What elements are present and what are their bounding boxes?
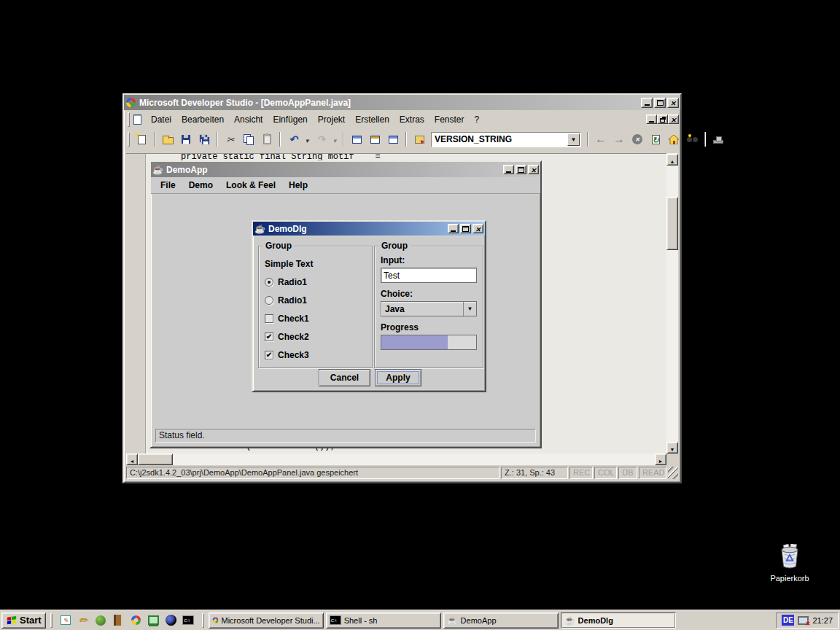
menu-file[interactable]: File xyxy=(154,178,182,192)
minimize-button[interactable] xyxy=(448,224,459,233)
menu-projekt[interactable]: Projekt xyxy=(313,112,350,127)
address-book-icon[interactable] xyxy=(111,612,126,628)
msdev-titlebar[interactable]: Microsoft Developer Studio - [DemoAppPan… xyxy=(124,95,680,110)
toolbar-grip[interactable] xyxy=(128,132,130,147)
java-cup-icon xyxy=(152,165,163,175)
check-option-1[interactable]: Check1 xyxy=(265,313,372,324)
undo-button[interactable] xyxy=(284,131,302,148)
checkbox-checked[interactable] xyxy=(265,351,273,359)
redo-button[interactable] xyxy=(312,131,330,148)
forward-button[interactable] xyxy=(610,131,628,148)
refresh-button[interactable] xyxy=(647,131,664,148)
radio-button[interactable] xyxy=(265,296,273,305)
statusbar-ueb-indicator: ÜB xyxy=(618,467,637,479)
toolbar-grip[interactable] xyxy=(128,112,130,127)
task-shell[interactable]: Shell - sh xyxy=(326,612,441,629)
checkbox-unchecked[interactable] xyxy=(265,314,273,323)
show-desktop-icon[interactable] xyxy=(58,612,74,628)
menu-datei[interactable]: Datei xyxy=(146,112,176,127)
new-file-button[interactable] xyxy=(133,131,150,148)
check-option-2[interactable]: Check2 xyxy=(265,331,372,343)
recycle-bin[interactable]: Papierkorb xyxy=(763,544,817,583)
input-field[interactable] xyxy=(381,268,477,283)
resize-grip[interactable] xyxy=(668,467,678,479)
stop-button[interactable] xyxy=(629,131,646,148)
taskbar-grip[interactable] xyxy=(202,613,204,628)
network-status-icon[interactable] xyxy=(798,616,809,625)
mdi-restore-button[interactable] xyxy=(657,114,668,124)
menu-extras[interactable]: Extras xyxy=(394,112,429,127)
terminal-icon[interactable] xyxy=(146,612,161,628)
save-button[interactable] xyxy=(177,131,195,148)
workspace-window-button[interactable] xyxy=(348,131,365,148)
maximize-button[interactable] xyxy=(460,224,471,233)
save-all-button[interactable] xyxy=(195,131,213,148)
menu-demo[interactable]: Demo xyxy=(182,178,219,192)
radio-button-selected[interactable] xyxy=(265,278,273,287)
close-button[interactable] xyxy=(667,98,679,108)
menu-hilfe[interactable]: ? xyxy=(470,112,485,127)
redo-dropdown-icon[interactable] xyxy=(330,131,339,148)
minimize-button[interactable] xyxy=(503,165,514,174)
search-in-files-button[interactable] xyxy=(411,131,428,148)
chevron-down-icon[interactable] xyxy=(463,302,476,316)
mdi-close-button[interactable] xyxy=(668,114,679,124)
keyboard-language-indicator[interactable]: DE xyxy=(782,615,794,626)
task-demoapp[interactable]: DemoApp xyxy=(443,612,559,629)
maximize-button[interactable] xyxy=(516,165,526,174)
chevron-down-icon[interactable] xyxy=(567,133,580,146)
apply-button[interactable]: Apply xyxy=(375,369,421,386)
scroll-up-button[interactable] xyxy=(666,154,678,166)
undo-dropdown-icon[interactable] xyxy=(303,131,311,148)
checkbox-checked[interactable] xyxy=(265,332,273,341)
horizontal-scrollbar[interactable] xyxy=(126,454,666,465)
choice-label: Choice: xyxy=(381,289,477,299)
bug-tool-icon[interactable] xyxy=(93,612,109,628)
task-msdev[interactable]: Microsoft Developer Studi... xyxy=(209,612,324,629)
menu-look-and-feel[interactable]: Look & Feel xyxy=(219,178,282,192)
open-file-button[interactable] xyxy=(159,131,176,148)
menu-bearbeiten[interactable]: Bearbeiten xyxy=(176,112,229,127)
cancel-button[interactable]: Cancel xyxy=(319,369,370,386)
copy-button[interactable] xyxy=(240,131,257,148)
taskbar-grip[interactable] xyxy=(50,613,52,628)
menu-erstellen[interactable]: Erstellen xyxy=(350,112,394,127)
browser-icon[interactable] xyxy=(163,612,179,628)
vertical-scrollbar-thumb[interactable] xyxy=(666,197,678,250)
search-button[interactable] xyxy=(683,131,701,148)
maximize-button[interactable] xyxy=(654,98,666,108)
symbol-combo[interactable]: VERSION_STRING xyxy=(431,132,581,147)
menu-einfuegen[interactable]: Einfügen xyxy=(268,112,312,127)
mdi-minimize-button[interactable] xyxy=(646,114,657,124)
scroll-down-button[interactable] xyxy=(666,442,678,454)
output-window-button[interactable] xyxy=(366,131,384,148)
home-button[interactable] xyxy=(665,131,682,148)
vertical-scrollbar[interactable] xyxy=(666,153,678,454)
horizontal-scrollbar-thumb[interactable] xyxy=(138,454,173,465)
component-gallery-button[interactable] xyxy=(709,131,727,148)
window-split-button[interactable] xyxy=(384,131,402,148)
demodlg-window: DemoDlg Group Simple Text Radio1 Radio1 … xyxy=(252,220,486,392)
dev-studio-icon[interactable] xyxy=(128,612,144,628)
close-button[interactable] xyxy=(528,165,539,174)
scroll-right-button[interactable] xyxy=(655,454,666,465)
radio-option-1[interactable]: Radio1 xyxy=(265,276,372,288)
menu-ansicht[interactable]: Ansicht xyxy=(229,112,268,127)
choice-combobox[interactable]: Java xyxy=(381,301,477,316)
menu-help[interactable]: Help xyxy=(282,178,314,192)
back-button[interactable] xyxy=(592,131,610,148)
radio-option-2[interactable]: Radio1 xyxy=(265,295,372,306)
scroll-left-button[interactable] xyxy=(126,454,138,465)
demodlg-titlebar[interactable]: DemoDlg xyxy=(253,222,485,236)
menu-fenster[interactable]: Fenster xyxy=(429,112,470,127)
demoapp-titlebar[interactable]: DemoApp xyxy=(151,162,540,177)
notes-tool-icon[interactable] xyxy=(76,612,91,628)
cut-button[interactable] xyxy=(222,131,239,148)
check-option-3[interactable]: Check3 xyxy=(265,349,372,361)
task-demodlg[interactable]: DemoDlg xyxy=(561,612,676,629)
minimize-button[interactable] xyxy=(641,98,653,108)
paste-button[interactable] xyxy=(258,131,276,148)
start-button[interactable]: Start xyxy=(1,612,46,629)
console-icon[interactable] xyxy=(181,612,196,628)
close-button[interactable] xyxy=(472,224,483,233)
